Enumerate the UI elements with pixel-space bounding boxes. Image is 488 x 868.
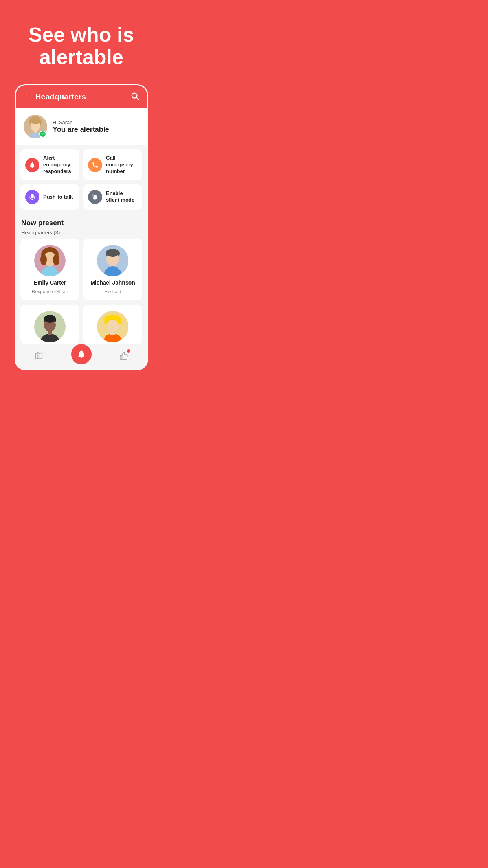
headquarters-subtitle: Headquarters (3) — [16, 229, 147, 239]
push-to-talk-icon — [25, 190, 39, 204]
person-card-3[interactable] — [20, 305, 79, 344]
emily-role: Response Officer — [32, 289, 68, 294]
bottom-nav — [16, 344, 147, 369]
silent-mode-icon — [88, 190, 102, 204]
svg-point-12 — [40, 254, 47, 265]
svg-point-33 — [107, 320, 119, 332]
person-card-emily[interactable]: Emily Carter Response Officer — [20, 239, 79, 300]
call-icon — [88, 158, 102, 172]
svg-point-23 — [106, 249, 119, 257]
app-content: ✓ Hi Sarah, You are alertable Alert emer… — [16, 108, 147, 369]
nav-dot-indicator — [127, 349, 130, 353]
emily-avatar — [34, 245, 66, 276]
alert-icon — [25, 158, 39, 172]
alert-emergency-label: Alert emergency responders — [43, 155, 75, 175]
person-card-4[interactable] — [83, 305, 142, 344]
actions-grid: Alert emergency responders Call emergenc… — [16, 145, 147, 214]
push-to-talk-button[interactable]: Push-to-talk — [20, 184, 79, 210]
user-avatar-wrapper: ✓ — [24, 115, 47, 138]
header-left: 📍 Headquarters — [24, 92, 86, 101]
svg-rect-7 — [34, 130, 37, 133]
call-emergency-button[interactable]: Call emergency number — [83, 149, 142, 180]
svg-point-13 — [53, 254, 59, 265]
svg-point-16 — [44, 266, 55, 271]
nav-alert-button[interactable] — [71, 344, 92, 364]
persons-grid-partial — [16, 305, 147, 344]
michael-role: First aid — [105, 289, 121, 294]
phone-mockup: 📍 Headquarters — [15, 84, 148, 370]
svg-rect-35 — [110, 331, 115, 335]
persons-grid: Emily Carter Response Officer — [16, 239, 147, 305]
svg-rect-28 — [48, 331, 52, 335]
push-to-talk-label: Push-to-talk — [43, 194, 73, 200]
michael-avatar — [97, 245, 128, 276]
person3-avatar — [34, 311, 66, 342]
silent-mode-label: Enable silent mode — [106, 190, 138, 204]
alert-emergency-button[interactable]: Alert emergency responders — [20, 149, 79, 180]
svg-line-1 — [136, 98, 138, 100]
svg-point-5 — [30, 116, 41, 124]
emily-name: Emily Carter — [34, 280, 66, 286]
now-present-title: Now present — [16, 214, 147, 229]
profile-text: Hi Sarah, You are alertable — [53, 120, 109, 134]
svg-point-22 — [107, 266, 118, 271]
header-title: Headquarters — [35, 92, 86, 101]
hero-title: See who is alertable — [0, 0, 163, 84]
svg-point-29 — [44, 315, 55, 323]
profile-card: ✓ Hi Sarah, You are alertable — [16, 108, 147, 145]
search-icon[interactable] — [130, 92, 139, 102]
alertable-text: You are alertable — [53, 125, 109, 134]
call-emergency-label: Call emergency number — [106, 155, 138, 175]
silent-mode-button[interactable]: Enable silent mode — [83, 184, 142, 210]
online-status-badge: ✓ — [39, 131, 46, 138]
greeting-text: Hi Sarah, — [53, 120, 109, 125]
michael-name: Michael Johnson — [90, 280, 135, 286]
person-card-michael[interactable]: Michael Johnson First aid — [83, 239, 142, 300]
nav-map-button[interactable] — [30, 347, 48, 364]
person4-avatar — [97, 311, 128, 342]
location-icon: 📍 — [24, 93, 32, 101]
nav-thumb-button[interactable] — [115, 347, 132, 364]
svg-marker-36 — [36, 353, 42, 359]
app-header: 📍 Headquarters — [16, 85, 147, 108]
svg-rect-8 — [31, 194, 34, 199]
